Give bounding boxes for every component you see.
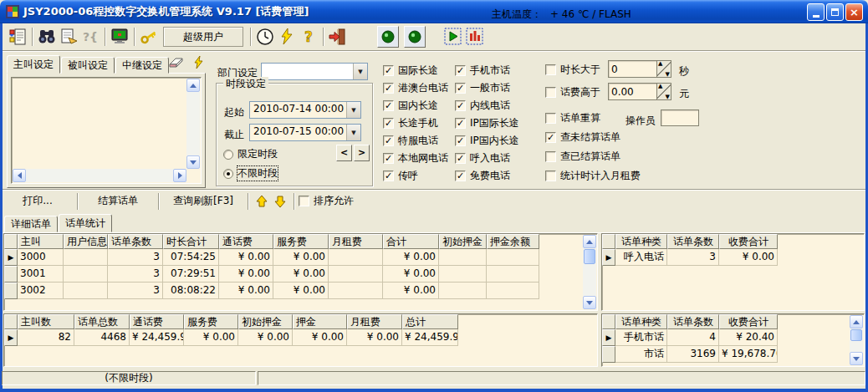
- calltype-option[interactable]: ✓特服电话: [383, 132, 448, 150]
- exit-door-icon[interactable]: [327, 26, 349, 48]
- duration-spinner[interactable]: ▲ ▼: [656, 60, 671, 78]
- filter-duration[interactable]: 时长大于: [545, 64, 600, 76]
- grid-cell[interactable]: 3001: [18, 266, 64, 283]
- column-header[interactable]: 通话费: [130, 314, 184, 329]
- row-selector[interactable]: [4, 283, 18, 299]
- calltype-option[interactable]: ✓手机市话: [455, 62, 519, 79]
- table-row[interactable]: ▶手机市话4¥ 20.40: [602, 329, 864, 346]
- grid-cell[interactable]: [439, 283, 487, 299]
- calltype-option[interactable]: ✓内线电话: [455, 97, 519, 115]
- checkbox[interactable]: ✓: [455, 135, 466, 146]
- sort-allow-option[interactable]: 排序允许: [299, 194, 354, 208]
- column-header[interactable]: 服务费: [184, 314, 238, 329]
- spin-down-icon[interactable]: ▼: [666, 94, 670, 100]
- calltype-option[interactable]: ✓IP国内长途: [455, 132, 519, 150]
- checkbox[interactable]: ✓: [455, 118, 466, 129]
- period-end-combo[interactable]: 2010-07-15 00:00 ▼: [249, 124, 361, 141]
- lightning-icon[interactable]: [276, 26, 298, 48]
- column-header[interactable]: 话单种类: [615, 314, 667, 329]
- grid-cell[interactable]: ¥ 0.00: [383, 283, 439, 299]
- column-header[interactable]: 合计: [383, 234, 439, 249]
- editor-horizontal-scrollbar[interactable]: [13, 169, 186, 182]
- grid-cell[interactable]: ¥ 0.00: [184, 329, 238, 346]
- fee-checkbox[interactable]: [545, 87, 556, 98]
- grid-cell[interactable]: [64, 266, 108, 283]
- grid-cell[interactable]: 08:08:22: [163, 283, 219, 299]
- close-button[interactable]: ×: [845, 3, 863, 21]
- spin-up-icon[interactable]: ▲: [658, 83, 662, 89]
- column-header[interactable]: 主叫: [18, 234, 64, 249]
- grid-cell[interactable]: [487, 266, 539, 283]
- duration-input[interactable]: [608, 60, 657, 78]
- led-green-icon[interactable]: [404, 26, 426, 48]
- filter-settled[interactable]: 查已结算话单: [545, 150, 620, 163]
- eraser-icon[interactable]: [167, 55, 186, 70]
- checkbox[interactable]: ✓: [383, 171, 394, 181]
- radio-unlimited-period[interactable]: 不限时段: [223, 167, 278, 180]
- checkbox[interactable]: ✓: [383, 135, 394, 146]
- chevron-down-icon[interactable]: ▼: [353, 64, 367, 79]
- row-selector[interactable]: ▶: [4, 329, 18, 346]
- tab-setting-0[interactable]: 主叫设定: [7, 55, 60, 74]
- editor-text[interactable]: [13, 79, 186, 168]
- column-header[interactable]: 话单条数: [108, 234, 163, 249]
- calltype-option[interactable]: ✓呼入电话: [455, 150, 519, 167]
- unsettled-checkbox[interactable]: ✓: [545, 132, 556, 143]
- checkbox[interactable]: ✓: [455, 153, 466, 164]
- monthly-fee-checkbox[interactable]: [545, 171, 556, 181]
- grid-cell[interactable]: ¥ 0.00: [273, 283, 329, 299]
- grid-cell[interactable]: [439, 266, 487, 283]
- checkbox[interactable]: ✓: [455, 100, 466, 111]
- grid-cell[interactable]: 呼入电话: [615, 249, 667, 266]
- key-icon[interactable]: [138, 26, 160, 48]
- row-selector[interactable]: [602, 346, 615, 363]
- monitor-icon[interactable]: [109, 26, 130, 48]
- grid-cell[interactable]: [64, 249, 108, 266]
- scroll-down-button[interactable]: [583, 296, 596, 309]
- grid-cell[interactable]: 07:29:51: [163, 266, 219, 283]
- row-selector[interactable]: ▶: [602, 329, 615, 346]
- grid-cell[interactable]: ¥ 20.40: [719, 329, 778, 346]
- column-header[interactable]: 收费合计: [719, 314, 778, 329]
- caller-grid-scrollbar[interactable]: [583, 235, 596, 309]
- led-green-icon[interactable]: [377, 26, 399, 48]
- fee-input[interactable]: [608, 83, 657, 100]
- checkbox[interactable]: ✓: [455, 171, 466, 181]
- scroll-up-button[interactable]: [186, 79, 200, 92]
- column-header[interactable]: 话单条数: [667, 234, 719, 249]
- radio-icon[interactable]: [223, 169, 233, 179]
- checkbox[interactable]: ✓: [383, 65, 394, 76]
- column-header[interactable]: 话单种类: [615, 234, 667, 249]
- next-period-button[interactable]: >: [354, 145, 370, 161]
- bill-list-icon[interactable]: [7, 26, 28, 48]
- grid-cell[interactable]: [329, 249, 383, 266]
- grid-cell[interactable]: ¥ 0.00: [719, 249, 778, 266]
- grid-cell[interactable]: ¥ 19,678.70: [719, 346, 778, 363]
- column-header[interactable]: 月租费: [329, 234, 383, 249]
- scrollbar-thumb[interactable]: [850, 329, 862, 341]
- stats-bars-icon[interactable]: [464, 26, 486, 48]
- filter-monthly-fee[interactable]: 统计时计入月租费: [545, 170, 641, 182]
- column-header[interactable]: 初始押金: [439, 234, 487, 249]
- grid-cell[interactable]: ¥ 0.00: [383, 249, 439, 266]
- prev-period-button[interactable]: <: [336, 145, 352, 161]
- category-grid-scrollbar[interactable]: [850, 315, 863, 365]
- grid-cell[interactable]: 3: [108, 266, 163, 283]
- calltype-option[interactable]: ✓一般市话: [455, 79, 519, 97]
- calltype-option[interactable]: ✓传呼: [383, 167, 448, 185]
- grid-cell[interactable]: 82: [18, 329, 74, 346]
- checkbox[interactable]: ✓: [455, 65, 466, 76]
- print-button[interactable]: 打印...: [3, 192, 73, 211]
- grid-cell[interactable]: 3000: [18, 249, 64, 266]
- grid-cell[interactable]: ¥ 0.00: [383, 266, 439, 283]
- super-user-button[interactable]: 超级用户: [163, 27, 243, 47]
- grid-cell[interactable]: ¥ 0.00: [347, 329, 402, 346]
- row-selector[interactable]: ▶: [602, 249, 615, 266]
- lightning-small-icon[interactable]: [189, 55, 207, 70]
- grid-cell[interactable]: [64, 283, 108, 299]
- chevron-down-icon[interactable]: ▼: [346, 102, 360, 118]
- grid-cell[interactable]: 3: [108, 249, 163, 266]
- scroll-right-button[interactable]: [173, 169, 186, 182]
- column-header[interactable]: 押金: [293, 314, 347, 329]
- calltype-option[interactable]: ✓免费电话: [455, 167, 519, 185]
